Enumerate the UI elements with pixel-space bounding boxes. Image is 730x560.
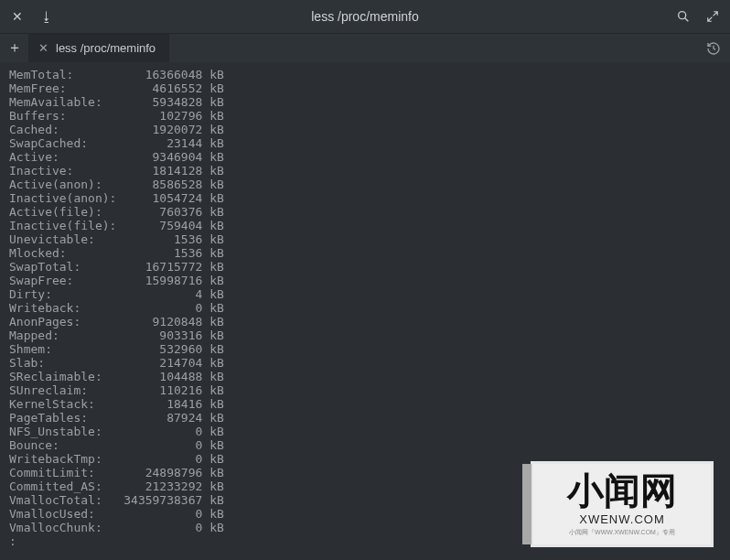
history-icon[interactable] [697,34,730,62]
tab-close-icon[interactable]: ✕ [38,41,48,55]
tab-active[interactable]: ✕ less /proc/meminfo [29,34,169,62]
expand-icon[interactable] [703,6,723,27]
watermark-cn: 小闻网 [567,472,677,509]
watermark-en: XWENW.COM [579,512,665,526]
watermark: 小闻网 XWENW.COM 小闻网『WWW.XWENW.COM』专用 [531,461,714,547]
new-tab-button[interactable]: ＋ [0,34,29,62]
svg-point-0 [679,12,686,19]
window-title: less /proc/meminfo [57,9,673,24]
tab-bar: ＋ ✕ less /proc/meminfo [0,33,730,62]
close-icon[interactable]: ✕ [7,6,27,27]
watermark-tiny: 小闻网『WWW.XWENW.COM』专用 [569,528,675,537]
tab-label: less /proc/meminfo [56,41,156,55]
search-icon[interactable] [673,6,693,27]
window-titlebar: ✕ ⭳ less /proc/meminfo [0,0,730,33]
download-icon[interactable]: ⭳ [37,6,57,27]
svg-line-1 [685,18,689,22]
